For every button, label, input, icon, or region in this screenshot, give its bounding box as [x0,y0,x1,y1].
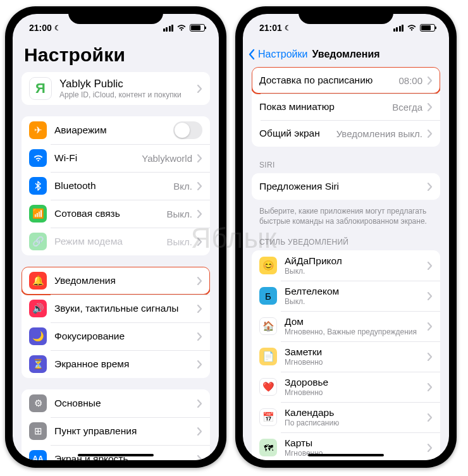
settings-row[interactable]: 📶Сотовая связьВыкл. [22,200,210,228]
chevron-right-icon [428,262,433,270]
app-notification-row[interactable]: ББелтелекомВыкл. [252,281,440,311]
profile-avatar: Я [29,77,52,100]
settings-row[interactable]: BluetoothВкл. [22,172,210,200]
row-label: Доставка по расписанию [259,75,395,86]
notch [299,6,393,24]
app-name: Дом [285,316,422,327]
wifi-icon [176,24,187,32]
settings-row[interactable]: Общий экранУведомления выкл. [252,120,440,147]
row-label: Пункт управления [54,425,192,437]
siri-suggestions-row[interactable]: Предложения Siri [252,173,440,200]
row-value: Уведомления выкл. [336,128,422,139]
wifi-icon [407,24,417,32]
row-label: Экранное время [54,358,192,370]
toggle-switch[interactable] [173,121,202,139]
settings-row[interactable]: 🌙Фокусирование [22,322,210,350]
apple-id-row[interactable]: Я Yablyk Public Apple ID, iCloud, контен… [22,72,210,105]
row-label: Звуки, тактильные сигналы [54,303,192,314]
settings-row[interactable]: ⊞Пункт управления [22,417,210,445]
chevron-right-icon [197,333,202,341]
profile-sub: Apple ID, iCloud, контент и покупки [59,90,192,99]
app-name: Белтелеком [285,286,422,297]
chevron-right-icon [428,292,433,300]
chevron-right-icon [428,444,433,452]
app-icon: 📅 [259,408,277,426]
app-name: Календарь [285,407,422,418]
row-label: Основные [54,398,192,409]
chevron-right-icon [197,238,202,246]
app-status: Выкл. [285,267,422,276]
row-icon [29,177,47,195]
chevron-right-icon [428,183,433,191]
app-icon: Б [259,287,277,305]
row-value: Выкл. [167,236,192,247]
row-label: Wi-Fi [54,152,138,164]
chevron-right-icon [428,76,433,85]
dnd-moon-icon: ☾ [54,24,61,32]
row-value: 08:00 [398,75,422,86]
settings-row[interactable]: Доставка по расписанию08:00 [252,67,440,94]
siri-footer: Выберите, какие приложения могут предлаг… [252,202,440,235]
app-notification-row[interactable]: 🏠ДомМгновенно, Важные предупреждения [252,311,440,341]
profile-name: Yablyk Public [59,78,192,90]
settings-row[interactable]: ⏳Экранное время [22,350,210,378]
chevron-right-icon [428,322,433,331]
row-icon: ⏳ [29,355,47,373]
row-value: Вкл. [173,181,192,192]
chevron-right-icon [197,400,202,408]
chevron-right-icon [197,210,202,218]
app-notification-row[interactable]: 😊АйДаПриколВыкл. [252,250,440,281]
settings-row[interactable]: AAЭкран и яркость [22,445,210,460]
app-status: Мгновенно, Важные предупреждения [285,327,422,336]
row-label: Bluetooth [54,180,169,192]
settings-row[interactable]: 🔔Уведомления [22,267,210,295]
row-label: Авиарежим [54,125,173,136]
row-label: Фокусирование [54,331,192,342]
chevron-right-icon [197,360,202,369]
row-value: Всегда [392,102,422,113]
row-icon: ✈ [29,121,47,139]
status-time: 21:01 [259,23,282,33]
chevron-right-icon [428,413,433,422]
settings-row[interactable]: 🔗Режим модемаВыкл. [22,228,210,255]
chevron-right-icon [197,154,202,162]
cell-signal-icon [163,25,174,32]
status-time: 21:00 [29,23,52,33]
app-icon: ❤️ [259,378,277,396]
app-icon: 😊 [259,257,277,274]
settings-row[interactable]: ✈Авиарежим [22,116,210,144]
row-label: Показ миниатюр [259,101,388,113]
app-status: Мгновенно [285,358,422,367]
row-label: Режим модема [54,236,163,247]
nav-bar: Настройки Уведомления [243,42,449,67]
home-indicator[interactable] [308,454,384,456]
app-notification-row[interactable]: 📄ЗаметкиМгновенно [252,341,440,372]
row-icon: AA [29,450,47,460]
app-notification-row[interactable]: 📅КалендарьПо расписанию [252,402,440,432]
row-icon [29,149,47,167]
settings-row[interactable]: ⚙Основные [22,389,210,417]
app-status: Мгновенно [285,388,422,397]
app-name: АйДаПрикол [285,255,422,267]
row-icon: ⚙ [29,394,47,412]
settings-row[interactable]: 🔊Звуки, тактильные сигналы [22,295,210,322]
app-icon: 🏠 [259,317,277,335]
app-icon: 🗺 [259,439,277,456]
home-indicator[interactable] [78,454,154,456]
chevron-right-icon [428,383,433,391]
app-name: Карты [285,437,422,449]
nav-title: Уведомления [312,49,379,60]
row-icon: 🔗 [29,233,47,250]
chevron-right-icon [428,103,433,111]
settings-row[interactable]: Wi-FiYablykworld [22,144,210,172]
row-label: Общий экран [259,128,333,139]
chevron-right-icon [197,427,202,436]
row-icon: 🌙 [29,327,47,345]
row-icon: 🔊 [29,300,47,317]
app-name: Заметки [285,346,422,358]
settings-row[interactable]: Показ миниатюрВсегда [252,94,440,120]
row-icon: ⊞ [29,422,47,440]
chevron-right-icon [428,130,433,138]
back-button[interactable]: Настройки [248,49,307,60]
app-notification-row[interactable]: ❤️ЗдоровьеМгновенно [252,372,440,402]
